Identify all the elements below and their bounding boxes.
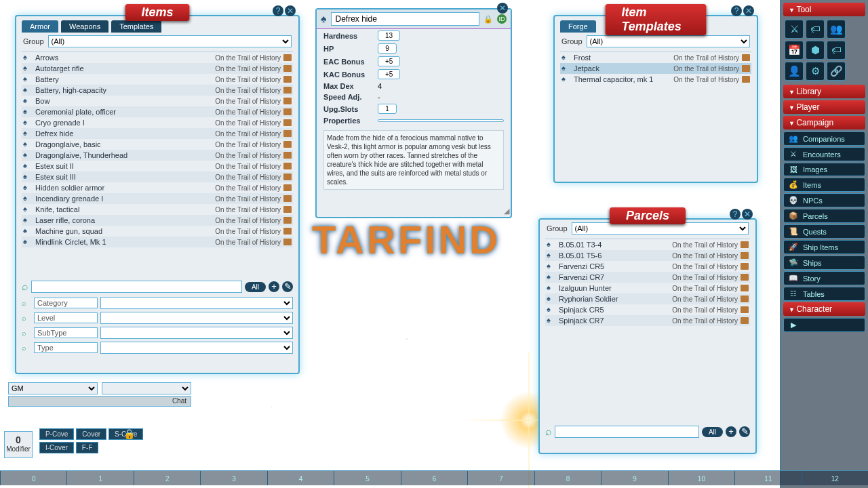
close-icon[interactable]: ✕	[285, 5, 296, 16]
group-select[interactable]: (All)	[587, 35, 750, 47]
filter-select[interactable]	[100, 327, 293, 339]
list-item[interactable]: ♠Estex suit IIOn the Trail of History	[22, 161, 293, 171]
sidebar-item-ships[interactable]: 🛸Ships	[783, 256, 865, 270]
chat-target-select[interactable]	[102, 382, 191, 394]
sidebar-item-story[interactable]: 📖Story	[783, 271, 865, 285]
close-icon[interactable]: ✕	[497, 3, 508, 14]
list-item[interactable]: ♠Defrex hideOn the Trail of History	[22, 128, 293, 139]
list-item[interactable]: ♠Knife, tacticalOn the Trail of History	[22, 204, 293, 215]
search-input[interactable]	[555, 426, 699, 438]
lock-icon[interactable]: 🔒	[484, 15, 493, 24]
add-button[interactable]: +	[269, 281, 279, 292]
stat-value[interactable]: 1	[378, 104, 397, 114]
list-item[interactable]: ♠Spinjack CR5On the Trail of History	[545, 304, 750, 315]
edit-button[interactable]: ✎	[739, 426, 750, 437]
list-item[interactable]: ♠Dragonglaive, basicOn the Trail of Hist…	[22, 139, 293, 150]
list-item[interactable]: ♠FrostOn the Trail of History	[560, 52, 751, 63]
list-item[interactable]: ♠Izalguun HunterOn the Trail of History	[545, 283, 750, 293]
list-item[interactable]: ♠Dragonglaive, ThunderheadOn the Trail o…	[22, 150, 293, 161]
edit-button[interactable]: ✎	[282, 281, 293, 292]
list-item[interactable]: ♠Farvenzi CR5On the Trail of History	[545, 261, 750, 272]
list-item[interactable]: ♠Mindlink Circlet, Mk 1On the Trail of H…	[22, 237, 293, 247]
help-icon[interactable]: ?	[730, 209, 741, 220]
tab-armor[interactable]: Armor	[22, 20, 58, 33]
sidebar-library[interactable]: Library	[783, 85, 865, 98]
list-item[interactable]: ♠Machine gun, squadOn the Trail of Histo…	[22, 226, 293, 237]
list-item[interactable]: ♠B.05.01 T5-6On the Trail of History	[545, 250, 750, 261]
list-item[interactable]: ♠Spinjack CR7On the Trail of History	[545, 315, 750, 326]
list-item[interactable]: ♠Thermal capacitor, mk 1On the Trail of …	[560, 74, 751, 85]
help-icon[interactable]: ?	[273, 5, 283, 16]
tool-icon[interactable]: 📅	[785, 41, 804, 60]
modifier-box[interactable]: 0 Modifier	[4, 431, 33, 458]
stat-value[interactable]: 13	[378, 30, 400, 41]
stat-value[interactable]: +5	[378, 69, 400, 79]
list-item[interactable]: ♠Laser rifle, coronaOn the Trail of Hist…	[22, 215, 293, 226]
cover-p-cove[interactable]: P-Cove	[39, 428, 74, 440]
sidebar-item-encounters[interactable]: ⚔Encounters	[783, 147, 865, 161]
chat-button[interactable]: Chat	[8, 396, 191, 407]
chat-mode-select[interactable]: GM	[8, 382, 98, 394]
filter-type[interactable]: Type	[34, 342, 98, 353]
stat-value[interactable]: +5	[378, 56, 400, 66]
cover-f-f[interactable]: F-F	[76, 442, 99, 453]
list-item[interactable]: ♠Ceremonial plate, officerOn the Trail o…	[22, 106, 293, 117]
sidebar-item-quests[interactable]: 📜Quests	[783, 224, 865, 239]
sidebar-item-tables[interactable]: ☷Tables	[783, 287, 865, 301]
list-item[interactable]: ♠ArrowsOn the Trail of History	[22, 52, 293, 63]
list-item[interactable]: ♠BatteryOn the Trail of History	[22, 74, 293, 85]
filter-subtype[interactable]: SubType	[34, 327, 98, 338]
filter-select[interactable]	[100, 342, 293, 354]
tab-weapons[interactable]: Weapons	[61, 20, 108, 33]
sidebar-character[interactable]: Character	[783, 302, 865, 316]
list-item[interactable]: ♠Autotarget rifleOn the Trail of History	[22, 63, 293, 74]
sidebar-campaign[interactable]: Campaign	[783, 116, 865, 129]
sidebar-item-parcels[interactable]: 📦Parcels	[783, 209, 865, 223]
group-select[interactable]: (All)	[48, 35, 292, 47]
all-button[interactable]: All	[702, 427, 723, 437]
list-item[interactable]: ♠Farvenzi CR7On the Trail of History	[545, 272, 750, 283]
filter-select[interactable]	[100, 312, 293, 324]
list-item[interactable]: ♠Cryo grenade IOn the Trail of History	[22, 117, 293, 128]
close-icon[interactable]: ✕	[743, 5, 754, 16]
stat-value[interactable]	[378, 119, 504, 122]
tool-icon[interactable]: ⚔	[785, 20, 804, 39]
tab-templates[interactable]: Templates	[111, 20, 161, 33]
list-item[interactable]: ♠Estex suit IIIOn the Trail of History	[22, 171, 293, 182]
filter-select[interactable]	[100, 297, 293, 309]
list-item[interactable]: ♠Battery, high-capacityOn the Trail of H…	[22, 85, 293, 96]
sidebar-item-images[interactable]: 🖼Images	[783, 163, 865, 176]
id-icon[interactable]: ID	[497, 14, 507, 24]
tool-icon[interactable]: 👥	[827, 20, 846, 39]
all-button[interactable]: All	[245, 282, 266, 292]
sidebar-player[interactable]: Player	[783, 100, 865, 114]
help-icon[interactable]: ?	[731, 5, 742, 16]
sidebar-item-npcs[interactable]: 💀NPCs	[783, 193, 865, 207]
sidebar-item-ship-items[interactable]: 🚀Ship Items	[783, 240, 865, 254]
filter-category[interactable]: Category	[34, 298, 98, 308]
filter-level[interactable]: Level	[34, 312, 98, 323]
list-item[interactable]: ♠Ryphorian SoldierOn the Trail of Histor…	[545, 293, 750, 304]
close-icon[interactable]: ✕	[742, 209, 753, 220]
sidebar-item-companions[interactable]: 👥Companions	[783, 131, 865, 146]
list-item[interactable]: ♠Hidden soldier armorOn the Trail of His…	[22, 182, 293, 193]
sidebar-tool[interactable]: Tool	[783, 3, 865, 16]
stat-value[interactable]: 9	[378, 43, 397, 54]
tool-icon[interactable]: 🏷	[827, 41, 846, 60]
cover-i-cover[interactable]: I-Cover	[39, 442, 74, 453]
tool-icon[interactable]: 🔗	[827, 62, 846, 81]
list-item[interactable]: ♠B.05.01 T3-4On the Trail of History	[545, 239, 750, 250]
play-button[interactable]: ▶	[783, 318, 865, 332]
tool-icon[interactable]: 🏷	[806, 20, 825, 39]
list-item[interactable]: ♠Incendiary grenade IOn the Trail of His…	[22, 193, 293, 204]
search-input[interactable]	[31, 281, 242, 293]
tab-forge[interactable]: Forge	[560, 20, 596, 33]
cover-cover[interactable]: Cover	[76, 428, 106, 440]
tool-icon[interactable]: ⬢	[806, 41, 825, 60]
add-button[interactable]: +	[726, 426, 736, 437]
resize-handle[interactable]: ◢	[504, 207, 509, 216]
item-name-input[interactable]	[331, 12, 480, 26]
list-item[interactable]: ♠JetpackOn the Trail of History	[560, 63, 751, 74]
lock-icon[interactable]: 🔒	[123, 428, 133, 439]
sidebar-item-items[interactable]: 💰Items	[783, 178, 865, 192]
